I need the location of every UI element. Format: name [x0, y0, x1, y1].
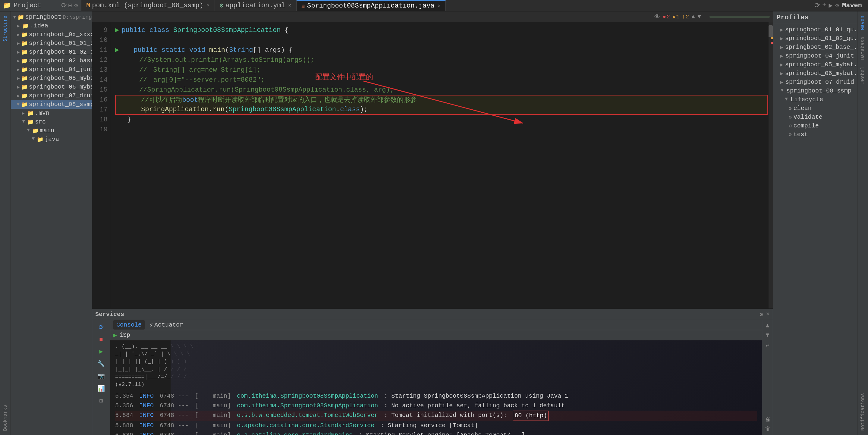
- wrap-icon[interactable]: ↵: [766, 341, 769, 348]
- run-gutter-11[interactable]: ▶: [115, 45, 119, 55]
- maven-run-icon[interactable]: ▶: [829, 1, 832, 10]
- maven-01-01[interactable]: ▶ springboot_01_01_qu...: [773, 25, 857, 34]
- scrollbar-thumb[interactable]: [769, 25, 773, 37]
- profile-btn[interactable]: 📊: [96, 383, 106, 394]
- folder-icon: 📁: [32, 127, 38, 134]
- vert-tab-structure[interactable]: Structure: [2, 14, 9, 43]
- maven-add-icon[interactable]: +: [822, 1, 826, 10]
- tab-java[interactable]: ☕ Springboot08SsmpApplication.java ×: [297, 0, 446, 11]
- maven-refresh-icon[interactable]: ⟳: [814, 1, 820, 10]
- maven-clean[interactable]: ⚙ clean: [773, 104, 857, 113]
- run-btn[interactable]: ▶: [98, 346, 104, 356]
- code-content[interactable]: ▶ public class Springboot08SsmpApplicati…: [110, 22, 773, 308]
- profiles-label: Profiles: [777, 14, 809, 22]
- code-line-15: //SpringApplication.run(Springboot08Ssmp…: [115, 85, 768, 95]
- tree-07[interactable]: ▶ 📁 springboot_07_druid: [11, 91, 92, 100]
- maven-validate[interactable]: ⚙ validate: [773, 113, 857, 122]
- tree-02[interactable]: ▶ 📁 springboot_02_base_config: [11, 56, 92, 65]
- tree-08-ssmp[interactable]: ▶ 📁 springboot_08_ssmp: [11, 100, 92, 109]
- tree-main[interactable]: ▶ 📁 main: [11, 126, 92, 135]
- tree-06[interactable]: ▶ 📁 springboot_06_mybatis_plu...: [11, 82, 92, 91]
- maven-test[interactable]: ⚙ test: [773, 130, 857, 139]
- vert-tab-maven[interactable]: Maven: [860, 14, 866, 32]
- tree-idea[interactable]: ▶ 📁 .idea: [11, 22, 92, 30]
- tree-01-02[interactable]: ▶ 📁 springboot_01_02_quicksta...: [11, 47, 92, 56]
- tab-yml-close[interactable]: ×: [288, 3, 291, 9]
- collapse-icon[interactable]: ⊟: [68, 1, 72, 10]
- restart-btn[interactable]: ⟳: [97, 322, 105, 332]
- settings-icon[interactable]: ⚙: [74, 1, 78, 10]
- maven-08-ssmp[interactable]: ▶ springboot_08_ssmp: [773, 87, 857, 95]
- maven-item-label: springboot_01_02_qu...: [785, 35, 857, 42]
- editor-toolbar: 👁 ● 2 ▲ 1 ↕ 2 ▲ ▼: [92, 11, 773, 22]
- layout-btn[interactable]: ⊞: [98, 396, 104, 406]
- maven-title: Maven: [842, 2, 862, 9]
- folder-icon: 📁: [21, 31, 28, 38]
- tab-pom-close[interactable]: ×: [207, 3, 210, 9]
- tree-04[interactable]: ▶ 📁 springboot_04_junit: [11, 65, 92, 74]
- code-line-13: // String[] arg=new String[1];: [115, 65, 768, 75]
- app-running-bar: ▶ iSp: [110, 330, 762, 340]
- folder-icon: 📁: [21, 66, 28, 73]
- vert-tab-database[interactable]: Database: [860, 35, 866, 62]
- console-output[interactable]: . (__). __ __ __ \ \ \ \ _| | '_.\/ _` |…: [110, 340, 762, 435]
- maven-settings-icon[interactable]: ⚙: [835, 1, 839, 10]
- folder-icon: 📁: [21, 58, 28, 64]
- tree-item-label: springboot_01_01_quicksta...: [29, 40, 92, 47]
- camera-btn[interactable]: 📷: [96, 371, 106, 381]
- code-editor[interactable]: 9 10 11 12 13 14 15 16 17 18 19 ▶ p: [92, 22, 773, 308]
- maven-05[interactable]: ▶ springboot_05_mybat...: [773, 60, 857, 69]
- scroll-up-icon[interactable]: ▲: [766, 322, 769, 329]
- console-tab[interactable]: Console: [113, 320, 145, 330]
- vert-tab-jrebel[interactable]: JRebel: [860, 65, 866, 86]
- log-line-2: 5.356 INFO 6748 --- [ main] com.itheima.…: [115, 401, 757, 411]
- clear-icon[interactable]: 🗑: [765, 425, 771, 433]
- tab-java-close[interactable]: ×: [438, 3, 441, 9]
- toolbar-eye-icon[interactable]: 👁: [654, 13, 660, 21]
- refresh-icon[interactable]: ⟳: [61, 1, 67, 10]
- maven-04[interactable]: ▶ springboot_04_junit: [773, 52, 857, 60]
- arrow-icon: ▶: [22, 110, 26, 116]
- vert-tab-notifications[interactable]: Notifications: [860, 391, 866, 433]
- tree-05[interactable]: ▶ 📁 springboot_05_mybatis: [11, 74, 92, 82]
- maven-lifecycle[interactable]: ▶ Lifecycle: [773, 95, 857, 104]
- tree-java[interactable]: ▶ 📁 java: [11, 135, 92, 144]
- tree-src[interactable]: ▶ 📁 src: [11, 118, 92, 126]
- vert-tab-bookmarks[interactable]: Bookmarks: [2, 403, 9, 433]
- error-count: 2: [667, 14, 670, 20]
- tab-yml[interactable]: ⚙ application.yml ×: [215, 0, 297, 11]
- maven-02[interactable]: ▶ springboot_02_base_...: [773, 43, 857, 52]
- warning-indicator: [771, 37, 773, 39]
- editor-scrollbar[interactable]: [769, 22, 773, 308]
- stop-btn[interactable]: ■: [98, 335, 104, 344]
- tree-mvn[interactable]: ▶ 📁 .mvn: [11, 109, 92, 118]
- tree-01-01[interactable]: ▶ 📁 springboot_01_01_quicksta...: [11, 39, 92, 47]
- wrench-btn[interactable]: 🔧: [96, 359, 106, 369]
- services-close-icon[interactable]: ×: [766, 310, 770, 318]
- tree-springboot[interactable]: ▶ 📁 springboot D:\springboot: [11, 13, 92, 22]
- code-line-10: [115, 35, 768, 45]
- folder-icon: 📁: [21, 84, 28, 90]
- print-icon[interactable]: 🖨: [765, 416, 771, 423]
- maven-07[interactable]: ▶ springboot_07_druid: [773, 78, 857, 87]
- error-icon: ●: [663, 14, 666, 20]
- actuator-tab[interactable]: ⚡ Actuator: [150, 321, 183, 329]
- run-gutter-9[interactable]: ▶: [115, 25, 119, 35]
- maven-header-icons: ⟳ + ▶ ⚙: [814, 1, 839, 10]
- folder-icon: 📁: [27, 110, 34, 116]
- tab-pom[interactable]: M pom.xml (springboot_08_ssmp) ×: [82, 0, 215, 11]
- maven-01-02[interactable]: ▶ springboot_01_02_qu...: [773, 34, 857, 43]
- toolbar-down-icon[interactable]: ▼: [698, 13, 701, 20]
- tree-item-label: springboot_01_02_quicksta...: [29, 48, 92, 56]
- project-sidebar: ▶ 📁 springboot D:\springboot ▶ 📁 .idea ▶…: [11, 11, 92, 435]
- maven-06[interactable]: ▶ springboot_06_mybat...: [773, 69, 857, 78]
- tree-0x[interactable]: ▶ 📁 springboot_0x_xxxxxxxxxxxx: [11, 30, 92, 39]
- scroll-down-icon[interactable]: ▼: [766, 332, 769, 339]
- line-numbers: 9 10 11 12 13 14 15 16 17 18 19: [92, 22, 110, 308]
- right-vert-tabs: Maven Database JRebel Notifications: [857, 11, 868, 435]
- toolbar-up-icon[interactable]: ▲: [691, 13, 695, 20]
- folder-icon: 📁: [21, 75, 28, 81]
- maven-compile[interactable]: ⚙ compile: [773, 122, 857, 130]
- tree-item-path: D:\springboot: [63, 14, 92, 20]
- services-settings-icon[interactable]: ⚙: [760, 310, 763, 318]
